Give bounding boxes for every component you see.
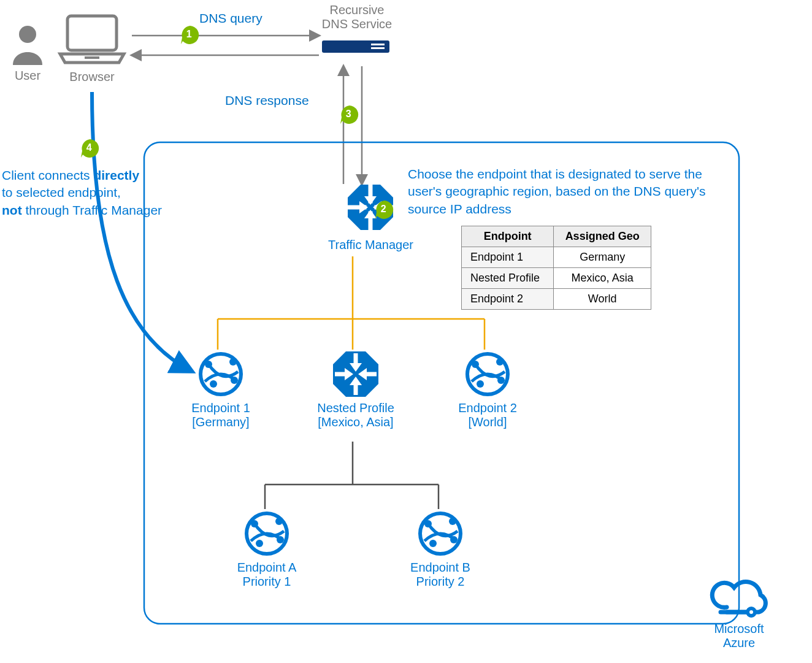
dns-label-2: DNS Service <box>314 17 400 31</box>
svg-rect-10 <box>371 44 385 45</box>
tm-label: Traffic Manager <box>328 238 413 252</box>
svg-point-5 <box>19 26 36 43</box>
endpoint-icon <box>196 350 245 399</box>
svg-point-50 <box>748 608 755 616</box>
endpoint-icon <box>242 509 291 558</box>
svg-point-25 <box>231 377 238 384</box>
endpointA-node: Endpoint A Priority 1 <box>230 509 304 589</box>
azure-cloud-icon <box>708 577 770 619</box>
browser-label: Browser <box>55 70 129 84</box>
svg-point-49 <box>450 536 458 543</box>
step1-marker: 1 <box>180 25 201 45</box>
svg-point-42 <box>275 518 283 525</box>
svg-rect-9 <box>322 40 389 53</box>
svg-point-22 <box>205 361 212 368</box>
azure-node: Microsoft Azure <box>705 577 773 650</box>
step4-marker: 4 <box>80 138 101 159</box>
svg-point-24 <box>210 380 217 388</box>
step1-label: DNS query <box>199 10 262 27</box>
browser-node: Browser <box>55 12 129 84</box>
nested-profile-node: Nested Profile [Mexico, Asia] <box>310 350 402 429</box>
svg-rect-8 <box>85 56 99 59</box>
laptop-icon <box>55 12 129 67</box>
svg-point-23 <box>229 358 237 366</box>
endpoint-icon <box>416 509 465 558</box>
svg-point-46 <box>424 520 432 527</box>
table-row: Endpoint 1Germany <box>462 247 651 268</box>
svg-rect-11 <box>371 47 385 49</box>
endpoint2-node: Endpoint 2 [World] <box>451 350 524 429</box>
step2-marker: 2 <box>374 199 395 220</box>
dns-label-block: Recursive DNS Service <box>314 3 400 31</box>
svg-rect-7 <box>72 21 112 45</box>
svg-point-38 <box>477 380 484 388</box>
table-row: Endpoint 2World <box>462 289 651 310</box>
svg-point-44 <box>277 536 284 543</box>
user-label: User <box>9 69 46 83</box>
svg-point-39 <box>497 377 505 384</box>
endpointB-node: Endpoint B Priority 2 <box>404 509 477 589</box>
endpoint1-node: Endpoint 1 [Germany] <box>184 350 258 429</box>
user-node: User <box>9 23 46 83</box>
step3-marker: 3 <box>339 104 360 125</box>
dns-device <box>322 37 389 59</box>
endpoint-icon <box>463 350 512 399</box>
step3-label: DNS response <box>225 92 309 109</box>
table-row: Nested ProfileMexico, Asia <box>462 268 651 289</box>
svg-point-48 <box>429 540 437 547</box>
geo-table: Endpoint Assigned Geo Endpoint 1Germany … <box>461 226 651 310</box>
svg-point-47 <box>449 518 456 525</box>
th-geo: Assigned Geo <box>554 226 651 247</box>
dns-label-1: Recursive <box>314 3 400 17</box>
step2-desc: Choose the endpoint that is designated t… <box>408 166 714 218</box>
svg-point-36 <box>472 361 479 368</box>
step4-text: Client connects directly to selected end… <box>2 167 180 219</box>
router-icon <box>322 37 389 56</box>
svg-point-41 <box>251 520 258 527</box>
th-endpoint: Endpoint <box>462 226 554 247</box>
svg-point-37 <box>496 358 504 366</box>
traffic-manager-node: Traffic Manager <box>328 183 413 252</box>
user-icon <box>9 23 46 66</box>
traffic-manager-icon <box>331 350 380 399</box>
svg-point-43 <box>256 540 263 547</box>
